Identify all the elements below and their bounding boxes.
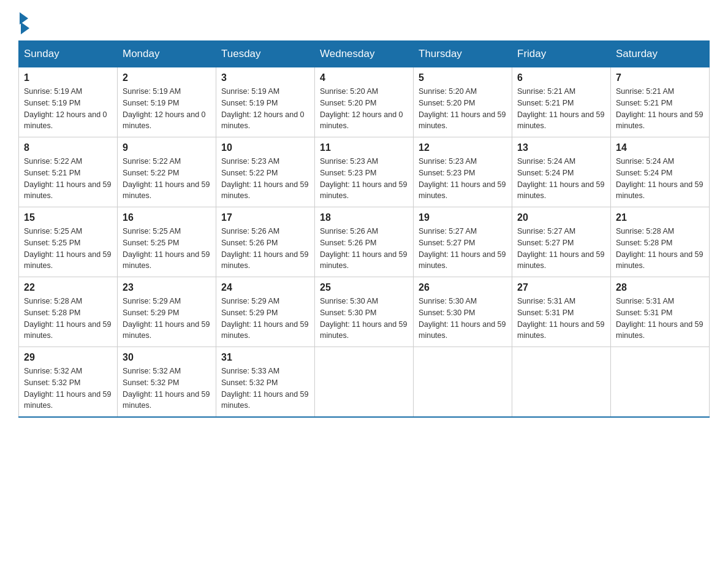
calendar-day-cell: 9Sunrise: 5:22 AMSunset: 5:22 PMDaylight… xyxy=(118,137,216,207)
day-number: 8 xyxy=(24,142,112,153)
day-number: 18 xyxy=(320,212,408,223)
calendar-day-cell: 17Sunrise: 5:26 AMSunset: 5:26 PMDayligh… xyxy=(216,207,315,277)
calendar-day-cell: 29Sunrise: 5:32 AMSunset: 5:32 PMDayligh… xyxy=(19,347,118,418)
day-info: Sunrise: 5:23 AMSunset: 5:23 PMDaylight:… xyxy=(320,156,408,202)
day-number: 22 xyxy=(24,282,112,293)
calendar-day-cell: 23Sunrise: 5:29 AMSunset: 5:29 PMDayligh… xyxy=(118,277,216,347)
weekday-header-wednesday: Wednesday xyxy=(315,41,414,67)
calendar-day-cell: 10Sunrise: 5:23 AMSunset: 5:22 PMDayligh… xyxy=(216,137,315,207)
day-info: Sunrise: 5:24 AMSunset: 5:24 PMDaylight:… xyxy=(616,156,704,202)
day-info: Sunrise: 5:24 AMSunset: 5:24 PMDaylight:… xyxy=(517,156,605,202)
day-number: 1 xyxy=(24,72,112,83)
day-info: Sunrise: 5:30 AMSunset: 5:30 PMDaylight:… xyxy=(419,296,507,342)
weekday-header-saturday: Saturday xyxy=(611,41,710,67)
day-number: 4 xyxy=(320,72,408,83)
day-info: Sunrise: 5:31 AMSunset: 5:31 PMDaylight:… xyxy=(517,296,605,342)
day-info: Sunrise: 5:28 AMSunset: 5:28 PMDaylight:… xyxy=(616,226,704,272)
day-number: 16 xyxy=(123,212,211,223)
day-info: Sunrise: 5:20 AMSunset: 5:20 PMDaylight:… xyxy=(320,86,408,132)
calendar-week-row: 8Sunrise: 5:22 AMSunset: 5:21 PMDaylight… xyxy=(19,137,710,207)
day-number: 24 xyxy=(221,282,309,293)
day-number: 17 xyxy=(221,212,309,223)
calendar-day-cell: 13Sunrise: 5:24 AMSunset: 5:24 PMDayligh… xyxy=(512,137,611,207)
weekday-header-friday: Friday xyxy=(512,41,611,67)
day-info: Sunrise: 5:19 AMSunset: 5:19 PMDaylight:… xyxy=(221,86,309,132)
weekday-header-thursday: Thursday xyxy=(414,41,512,67)
calendar-day-cell: 30Sunrise: 5:32 AMSunset: 5:32 PMDayligh… xyxy=(118,347,216,418)
calendar-day-cell: 3Sunrise: 5:19 AMSunset: 5:19 PMDaylight… xyxy=(216,67,315,137)
calendar-day-cell: 5Sunrise: 5:20 AMSunset: 5:20 PMDaylight… xyxy=(414,67,512,137)
day-number: 12 xyxy=(419,142,507,153)
day-info: Sunrise: 5:29 AMSunset: 5:29 PMDaylight:… xyxy=(221,296,309,342)
day-number: 29 xyxy=(24,352,112,363)
day-number: 9 xyxy=(123,142,211,153)
day-number: 25 xyxy=(320,282,408,293)
day-info: Sunrise: 5:23 AMSunset: 5:23 PMDaylight:… xyxy=(419,156,507,202)
calendar-day-cell: 26Sunrise: 5:30 AMSunset: 5:30 PMDayligh… xyxy=(414,277,512,347)
page-header xyxy=(18,12,710,34)
weekday-header-tuesday: Tuesday xyxy=(216,41,315,67)
calendar-day-cell xyxy=(512,347,611,418)
calendar-day-cell xyxy=(611,347,710,418)
calendar-week-row: 1Sunrise: 5:19 AMSunset: 5:19 PMDaylight… xyxy=(19,67,710,137)
calendar-day-cell: 2Sunrise: 5:19 AMSunset: 5:19 PMDaylight… xyxy=(118,67,216,137)
day-info: Sunrise: 5:26 AMSunset: 5:26 PMDaylight:… xyxy=(221,226,309,272)
calendar-day-cell: 20Sunrise: 5:27 AMSunset: 5:27 PMDayligh… xyxy=(512,207,611,277)
calendar-day-cell: 31Sunrise: 5:33 AMSunset: 5:32 PMDayligh… xyxy=(216,347,315,418)
day-info: Sunrise: 5:19 AMSunset: 5:19 PMDaylight:… xyxy=(123,86,211,132)
day-info: Sunrise: 5:31 AMSunset: 5:31 PMDaylight:… xyxy=(616,296,704,342)
day-info: Sunrise: 5:22 AMSunset: 5:22 PMDaylight:… xyxy=(123,156,211,202)
day-number: 21 xyxy=(616,212,704,223)
logo xyxy=(18,12,31,34)
day-number: 15 xyxy=(24,212,112,223)
weekday-header-row: SundayMondayTuesdayWednesdayThursdayFrid… xyxy=(19,41,710,67)
day-number: 26 xyxy=(419,282,507,293)
calendar-table: SundayMondayTuesdayWednesdayThursdayFrid… xyxy=(18,40,710,418)
day-number: 10 xyxy=(221,142,309,153)
day-info: Sunrise: 5:32 AMSunset: 5:32 PMDaylight:… xyxy=(123,366,211,412)
day-number: 27 xyxy=(517,282,605,293)
day-info: Sunrise: 5:27 AMSunset: 5:27 PMDaylight:… xyxy=(517,226,605,272)
calendar-week-row: 15Sunrise: 5:25 AMSunset: 5:25 PMDayligh… xyxy=(19,207,710,277)
day-info: Sunrise: 5:25 AMSunset: 5:25 PMDaylight:… xyxy=(24,226,112,272)
day-number: 30 xyxy=(123,352,211,363)
day-number: 7 xyxy=(616,72,704,83)
day-number: 11 xyxy=(320,142,408,153)
calendar-day-cell: 24Sunrise: 5:29 AMSunset: 5:29 PMDayligh… xyxy=(216,277,315,347)
day-info: Sunrise: 5:21 AMSunset: 5:21 PMDaylight:… xyxy=(616,86,704,132)
calendar-day-cell xyxy=(414,347,512,418)
day-info: Sunrise: 5:26 AMSunset: 5:26 PMDaylight:… xyxy=(320,226,408,272)
day-number: 28 xyxy=(616,282,704,293)
calendar-day-cell: 19Sunrise: 5:27 AMSunset: 5:27 PMDayligh… xyxy=(414,207,512,277)
day-info: Sunrise: 5:28 AMSunset: 5:28 PMDaylight:… xyxy=(24,296,112,342)
day-info: Sunrise: 5:33 AMSunset: 5:32 PMDaylight:… xyxy=(221,366,309,412)
day-info: Sunrise: 5:20 AMSunset: 5:20 PMDaylight:… xyxy=(419,86,507,132)
weekday-header-sunday: Sunday xyxy=(19,41,118,67)
calendar-day-cell: 22Sunrise: 5:28 AMSunset: 5:28 PMDayligh… xyxy=(19,277,118,347)
day-info: Sunrise: 5:21 AMSunset: 5:21 PMDaylight:… xyxy=(517,86,605,132)
day-info: Sunrise: 5:27 AMSunset: 5:27 PMDaylight:… xyxy=(419,226,507,272)
day-number: 20 xyxy=(517,212,605,223)
day-number: 14 xyxy=(616,142,704,153)
day-number: 5 xyxy=(419,72,507,83)
day-number: 19 xyxy=(419,212,507,223)
calendar-day-cell: 1Sunrise: 5:19 AMSunset: 5:19 PMDaylight… xyxy=(19,67,118,137)
day-info: Sunrise: 5:23 AMSunset: 5:22 PMDaylight:… xyxy=(221,156,309,202)
day-number: 3 xyxy=(221,72,309,83)
day-info: Sunrise: 5:19 AMSunset: 5:19 PMDaylight:… xyxy=(24,86,112,132)
calendar-week-row: 29Sunrise: 5:32 AMSunset: 5:32 PMDayligh… xyxy=(19,347,710,418)
day-info: Sunrise: 5:22 AMSunset: 5:21 PMDaylight:… xyxy=(24,156,112,202)
calendar-day-cell: 25Sunrise: 5:30 AMSunset: 5:30 PMDayligh… xyxy=(315,277,414,347)
calendar-day-cell: 27Sunrise: 5:31 AMSunset: 5:31 PMDayligh… xyxy=(512,277,611,347)
calendar-day-cell: 14Sunrise: 5:24 AMSunset: 5:24 PMDayligh… xyxy=(611,137,710,207)
day-number: 6 xyxy=(517,72,605,83)
calendar-day-cell: 15Sunrise: 5:25 AMSunset: 5:25 PMDayligh… xyxy=(19,207,118,277)
day-number: 13 xyxy=(517,142,605,153)
logo-triangle-icon-2 xyxy=(21,22,29,34)
day-info: Sunrise: 5:25 AMSunset: 5:25 PMDaylight:… xyxy=(123,226,211,272)
calendar-day-cell: 21Sunrise: 5:28 AMSunset: 5:28 PMDayligh… xyxy=(611,207,710,277)
calendar-day-cell: 16Sunrise: 5:25 AMSunset: 5:25 PMDayligh… xyxy=(118,207,216,277)
calendar-week-row: 22Sunrise: 5:28 AMSunset: 5:28 PMDayligh… xyxy=(19,277,710,347)
day-info: Sunrise: 5:32 AMSunset: 5:32 PMDaylight:… xyxy=(24,366,112,412)
day-number: 31 xyxy=(221,352,309,363)
